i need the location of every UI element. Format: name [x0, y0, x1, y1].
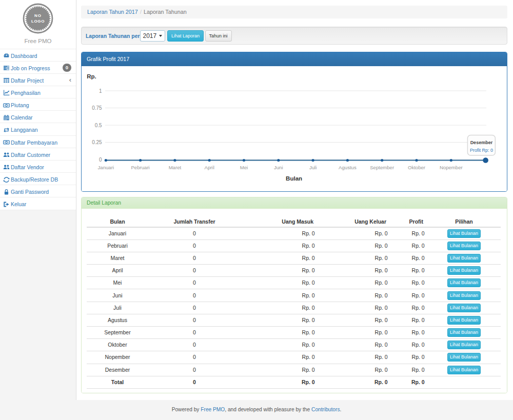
svg-text:Rp.: Rp.	[87, 73, 96, 79]
svg-text:April: April	[205, 165, 214, 170]
svg-text:Juli: Juli	[309, 165, 317, 170]
svg-text:Juni: Juni	[274, 165, 283, 170]
svg-text:Pebruari: Pebruari	[131, 165, 149, 170]
svg-text:Mei: Mei	[240, 165, 248, 170]
svg-text:Bulan: Bulan	[286, 175, 302, 182]
svg-text:1: 1	[99, 88, 102, 94]
svg-text:Desember: Desember	[470, 140, 493, 145]
svg-text:Profit Rp: 0: Profit Rp: 0	[470, 148, 493, 153]
svg-text:0: 0	[99, 157, 102, 163]
svg-text:Nopember: Nopember	[440, 165, 463, 170]
svg-text:NO: NO	[34, 13, 42, 18]
svg-text:0.75: 0.75	[92, 105, 102, 111]
svg-text:0.5: 0.5	[95, 123, 102, 128]
svg-text:LOGO: LOGO	[31, 19, 45, 24]
svg-text:Maret: Maret	[169, 165, 182, 170]
svg-text:September: September	[370, 165, 394, 170]
svg-text:Agustus: Agustus	[339, 165, 357, 170]
svg-text:0.25: 0.25	[92, 139, 102, 145]
svg-text:Oktober: Oktober	[408, 165, 426, 170]
svg-text:Januari: Januari	[98, 165, 114, 170]
